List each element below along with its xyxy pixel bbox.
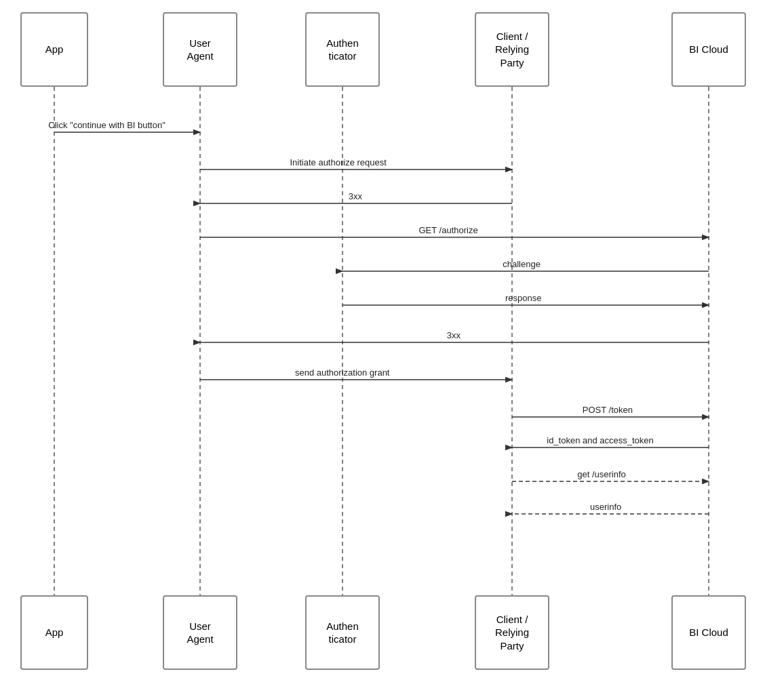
actor-bottom-authenticator-b: Authen ticator bbox=[305, 595, 380, 670]
msg-label-msg3: 3xx bbox=[349, 191, 362, 201]
actor-bottom-bicloud-b: BI Cloud bbox=[671, 595, 746, 670]
sequence-diagram: AppUser AgentAuthen ticatorClient / Rely… bbox=[0, 0, 784, 678]
msg-label-msg11: get /userinfo bbox=[577, 469, 626, 479]
actor-app: App bbox=[20, 12, 88, 87]
msg-label-msg10: id_token and access_token bbox=[547, 435, 654, 445]
actor-bottom-clientrp-b: Client / Relying Party bbox=[475, 595, 549, 670]
msg-label-msg8: send authorization grant bbox=[295, 367, 389, 378]
actor-bicloud: BI Cloud bbox=[671, 12, 746, 87]
msg-label-msg12: userinfo bbox=[590, 502, 621, 512]
actor-useragent: User Agent bbox=[163, 12, 237, 87]
actor-authenticator: Authen ticator bbox=[305, 12, 380, 87]
msg-label-msg6: response bbox=[505, 293, 541, 303]
actor-clientrp: Client / Relying Party bbox=[475, 12, 549, 87]
msg-label-msg1: Click "continue with BI button" bbox=[48, 120, 165, 130]
actor-bottom-app-b: App bbox=[20, 595, 88, 670]
actor-bottom-useragent-b: User Agent bbox=[163, 595, 237, 670]
msg-label-msg2: Initiate authorize request bbox=[290, 157, 387, 167]
msg-label-msg5: challenge bbox=[503, 259, 541, 269]
msg-label-msg7: 3xx bbox=[447, 330, 460, 340]
msg-label-msg9: POST /token bbox=[583, 405, 633, 415]
msg-label-msg4: GET /authorize bbox=[419, 225, 478, 235]
